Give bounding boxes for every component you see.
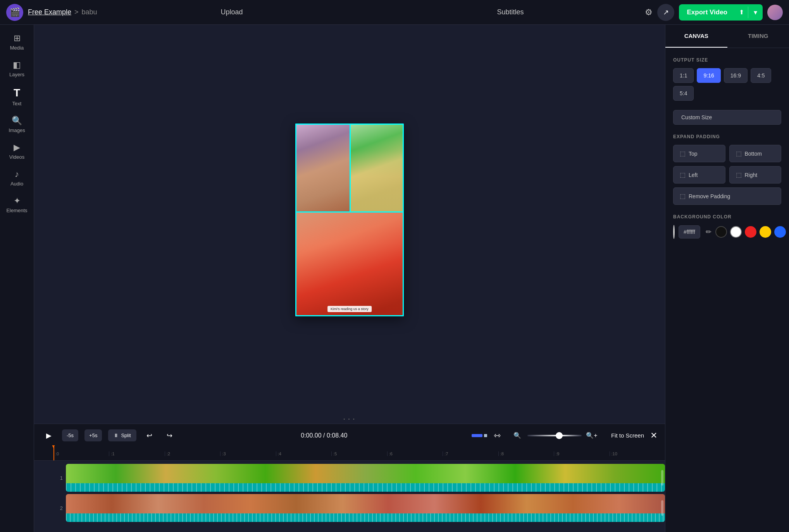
color-hex-input[interactable]: #ffffff	[679, 225, 700, 239]
sidebar-item-text[interactable]: T Text	[2, 83, 33, 110]
split-icon: ⏸	[114, 432, 119, 438]
swatch-black[interactable]	[715, 226, 727, 238]
ruler-mark-8: :8	[498, 451, 554, 456]
padding-right-button[interactable]: ⬚ Right	[729, 166, 782, 184]
media-icon: ⊞	[14, 33, 21, 43]
color-swatches	[715, 226, 786, 238]
track-2-audio	[66, 513, 665, 522]
export-upload-icon: ⬆	[735, 5, 748, 20]
export-video-button[interactable]: Export Video	[679, 5, 735, 20]
fit-to-screen-button[interactable]: Fit to Screen	[611, 432, 644, 439]
split-button[interactable]: ⏸ Split	[108, 429, 136, 441]
playhead[interactable]	[53, 447, 54, 460]
size-btn-5-4[interactable]: 5:4	[673, 86, 694, 101]
play-icon: ▶	[46, 431, 52, 440]
undo-button[interactable]: ↩	[143, 429, 157, 443]
app-main: Kimi's reading us a story • • • ▶ -5s +5…	[34, 25, 789, 532]
redo-button[interactable]: ↪	[163, 429, 177, 443]
breadcrumb: Free Example > babu	[28, 8, 97, 16]
swatch-red[interactable]	[745, 226, 756, 238]
track-2[interactable]	[66, 494, 665, 522]
timeline-drag-handle[interactable]: • • •	[34, 415, 665, 424]
custom-size-button[interactable]: Custom Size	[673, 110, 781, 125]
track-1[interactable]	[66, 464, 665, 492]
color-row: #ffffff ✏	[673, 225, 781, 239]
canvas-wrapper: Kimi's reading us a story • • • ▶ -5s +5…	[34, 25, 665, 532]
padding-bottom-button[interactable]: ⬚ Bottom	[729, 145, 782, 162]
split-tracks-button[interactable]: ⇿	[490, 429, 504, 443]
tab-canvas[interactable]: CANVAS	[665, 25, 727, 48]
size-btn-9-16[interactable]: 9:16	[697, 68, 720, 83]
sidebar-item-elements[interactable]: ✦ Elements	[2, 192, 33, 217]
audio-icon: ♪	[15, 169, 19, 179]
padding-top-button[interactable]: ⬚ Top	[673, 145, 725, 162]
sidebar-item-videos[interactable]: ▶ Videos	[2, 139, 33, 164]
upload-button[interactable]: Upload	[102, 8, 362, 16]
ruler-mark-9: :9	[554, 451, 609, 456]
padding-left-button[interactable]: ⬚ Left	[673, 166, 725, 184]
app-logo[interactable]: 🎬	[6, 4, 23, 21]
track-1-audio	[66, 483, 665, 492]
main-layout: ⊞ Media ◧ Layers T Text 🔍 Images ▶ Video…	[0, 25, 789, 532]
tab-timing[interactable]: TIMING	[727, 25, 789, 48]
share-icon: ↗	[663, 8, 669, 17]
track-1-filmstrip	[66, 464, 665, 483]
padding-right-label: Right	[745, 172, 758, 178]
size-btn-4-5[interactable]: 4:5	[751, 68, 771, 83]
sidebar-item-layers[interactable]: ◧ Layers	[2, 56, 33, 81]
play-button[interactable]: ▶	[42, 429, 56, 443]
track-1-audio-wave	[66, 483, 665, 492]
sidebar-item-audio[interactable]: ♪ Audio	[2, 165, 33, 190]
breadcrumb-item: babu	[82, 8, 97, 16]
color-swatch-main[interactable]	[673, 225, 675, 239]
zoom-slider[interactable]	[527, 435, 582, 436]
settings-button[interactable]: ⚙	[645, 7, 653, 17]
minus5-button[interactable]: -5s	[62, 429, 78, 441]
ruler-mark-6: :6	[387, 451, 443, 456]
padding-bottom-icon: ⬚	[736, 150, 742, 157]
sidebar-item-media[interactable]: ⊞ Media	[2, 29, 33, 55]
sidebar-item-images-label: Images	[9, 127, 25, 133]
remove-padding-label: Remove Padding	[689, 193, 730, 199]
track-row-2: 2	[53, 494, 665, 522]
plus5-button[interactable]: +5s	[84, 429, 102, 441]
text-icon: T	[14, 87, 20, 99]
right-panel: CANVAS TIMING OUTPUT SIZE 1:1 9:16 16:9 …	[665, 25, 789, 532]
size-btn-1-1[interactable]: 1:1	[673, 68, 694, 83]
zoom-controls: 🔍 🔍+	[510, 429, 599, 443]
ruler-mark-3: :3	[220, 451, 276, 456]
remove-padding-button[interactable]: ⬚ Remove Padding	[673, 187, 781, 205]
color-picker-icon[interactable]: ✏	[706, 228, 711, 236]
zoom-out-button[interactable]: 🔍	[510, 429, 524, 443]
export-button-group: Export Video ⬆ ▾	[679, 4, 763, 21]
swatch-yellow[interactable]	[760, 226, 771, 238]
canvas-area[interactable]: Kimi's reading us a story	[34, 25, 665, 415]
zoom-in-button[interactable]: 🔍+	[585, 429, 599, 443]
remove-padding-icon: ⬚	[680, 192, 686, 200]
swatch-white[interactable]	[730, 226, 742, 238]
timeline: :0 :1 :2 :3 :4 :5 :6 :7 :8 :9 :10	[34, 447, 665, 532]
sidebar-item-images[interactable]: 🔍 Images	[2, 112, 33, 137]
timeline-ruler: :0 :1 :2 :3 :4 :5 :6 :7 :8 :9 :10	[34, 447, 665, 461]
avatar[interactable]	[767, 5, 783, 20]
size-btn-16-9[interactable]: 16:9	[724, 68, 748, 83]
caption-text: Kimi's reading us a story	[331, 307, 369, 311]
topbar-right: ⚙ ↗ Export Video ⬆ ▾	[645, 4, 783, 21]
padding-grid: ⬚ Top ⬚ Bottom ⬚ Left ⬚ Right	[673, 145, 781, 205]
swatch-blue[interactable]	[774, 226, 786, 238]
subtitles-button[interactable]: Subtitles	[381, 8, 641, 16]
current-time: 0:00.00	[301, 432, 321, 439]
close-timeline-button[interactable]: ✕	[650, 431, 657, 441]
share-button[interactable]: ↗	[657, 4, 674, 21]
export-dropdown-button[interactable]: ▾	[748, 4, 763, 21]
track-2-handle[interactable]	[661, 500, 663, 516]
track-1-handle[interactable]	[661, 470, 663, 486]
track-2-filmstrip	[66, 494, 665, 513]
breadcrumb-project[interactable]: Free Example	[28, 8, 71, 16]
ruler-mark-10: :10	[610, 451, 665, 456]
split-label: Split	[121, 432, 131, 438]
padding-bottom-label: Bottom	[745, 151, 762, 157]
padding-left-label: Left	[689, 172, 698, 178]
sidebar-item-layers-label: Layers	[9, 72, 24, 77]
ruler-mark-5: :5	[331, 451, 387, 456]
